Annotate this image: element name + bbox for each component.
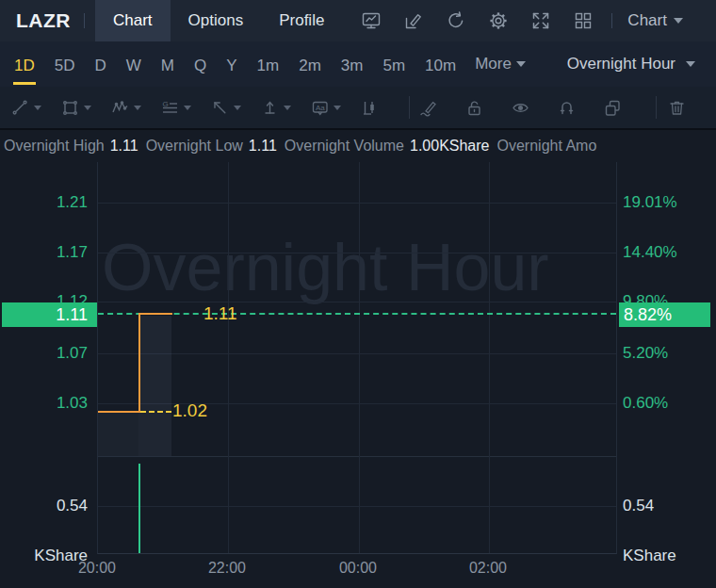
toolbar-icon-group (360, 9, 594, 32)
text-note-tool[interactable]: Aa (309, 97, 359, 119)
settings-gear-icon[interactable] (487, 9, 510, 32)
area-fill (138, 316, 171, 456)
duplicate-tool[interactable] (602, 97, 648, 119)
legend-label: Overnight Volume (285, 138, 404, 155)
gann-lines-tool[interactable]: G (159, 97, 209, 119)
refresh-icon[interactable] (445, 9, 467, 32)
chart-area: Overnight Hour 1.11 (0, 162, 716, 588)
divider (409, 96, 410, 119)
axis-tick: 1.21 (57, 193, 88, 212)
rectangle-shape-tool[interactable] (59, 97, 109, 119)
magnet-tool[interactable] (556, 97, 602, 119)
percent-axis-right[interactable]: 19.01% 14.40% 9.80% 5.20% 0.60% 0.54 KSh… (623, 162, 716, 588)
prev-close-dashed-line (140, 411, 171, 413)
chart-monitor-icon[interactable] (360, 9, 382, 32)
timeframe-m[interactable]: M (160, 43, 175, 85)
timeframe-5d[interactable]: 5D (54, 43, 76, 85)
brush-icon (417, 97, 439, 119)
tab-profile[interactable]: Profile (261, 0, 342, 41)
session-label: Overnight Hour (567, 55, 675, 74)
timeframe-3m[interactable]: 3m (340, 43, 365, 85)
timeframe-5m[interactable]: 5m (382, 43, 406, 85)
axis-tick: 14.40% (623, 243, 677, 262)
timeframe-y[interactable]: Y (225, 43, 237, 85)
price-range-tool[interactable] (259, 97, 309, 119)
wave-pattern-icon (109, 97, 131, 119)
timeframe-d[interactable]: D (93, 43, 106, 85)
text-note-icon: Aa (309, 97, 331, 119)
duplicate-icon (602, 97, 624, 119)
tab-options[interactable]: Options (171, 0, 262, 41)
gridline-horizontal (98, 203, 616, 204)
time-axis-tick[interactable]: 22:00 (199, 560, 255, 577)
tab-chart[interactable]: Chart (95, 0, 171, 41)
trash-icon (666, 97, 688, 119)
gridline-horizontal (98, 353, 616, 354)
axis-tick: 1.03 (57, 394, 88, 413)
brush-tool[interactable] (417, 97, 464, 119)
time-axis-tick[interactable]: 00:00 (330, 560, 386, 577)
timeframe-10m[interactable]: 10m (424, 43, 457, 85)
caret-down-icon (686, 61, 695, 67)
chart-type-menu[interactable]: Chart (627, 11, 683, 30)
time-axis-tick[interactable]: 02:00 (460, 560, 516, 577)
price-axis-left[interactable]: 1.21 1.17 1.12 1.07 1.03 0.54 KShare (0, 162, 88, 588)
divider (84, 13, 85, 28)
caret-down-icon (516, 61, 526, 67)
prev-close-label: 1.02 (172, 400, 207, 421)
timeframe-2m[interactable]: 2m (298, 43, 322, 85)
volume-unit-label: KShare (34, 547, 88, 565)
last-price-dashed-line (98, 313, 616, 315)
edit-chart-icon[interactable] (402, 9, 425, 32)
unlock-icon (464, 97, 485, 119)
rectangle-shape-icon (59, 97, 81, 119)
volume-axis-tick: 0.54 (57, 497, 88, 515)
caret-down-icon (674, 18, 683, 24)
timeframe-1m[interactable]: 1m (256, 43, 281, 85)
more-label: More (475, 55, 512, 74)
layout-grid-icon[interactable] (572, 9, 594, 32)
legend-value: 1.11 (249, 138, 277, 155)
caret-down-icon (184, 106, 191, 110)
gridline-horizontal (98, 506, 616, 507)
timeframe-more-menu[interactable]: More (475, 55, 526, 74)
candlestick-pattern-tool[interactable] (359, 97, 409, 119)
last-price-badge: 1.11 (2, 302, 97, 327)
divider (611, 13, 612, 28)
chart-menu-label: Chart (627, 11, 667, 30)
trend-line-icon (9, 97, 31, 119)
gridline-vertical (489, 162, 490, 553)
delete-tool[interactable] (666, 97, 712, 119)
unlock-tool[interactable] (464, 97, 510, 119)
fullscreen-expand-icon[interactable] (529, 9, 552, 32)
timeframe-q[interactable]: Q (193, 43, 207, 85)
overnight-stats-legend: Overnight High 1.11 Overnight Low 1.11 O… (0, 130, 716, 162)
volume-bar (138, 464, 140, 554)
gridline-horizontal (98, 302, 616, 302)
session-watermark: Overnight Hour (102, 230, 549, 305)
pane-separator (98, 456, 616, 457)
caret-down-icon (84, 106, 91, 110)
divider (656, 96, 657, 119)
axis-tick: 1.17 (57, 243, 88, 262)
volume-axis-tick: 0.54 (623, 497, 654, 515)
caret-down-icon (334, 106, 341, 110)
ticker-symbol: LAZR (16, 9, 71, 32)
trading-chart-window: LAZR Chart Options Profile Chart 1D 5D D… (0, 0, 716, 588)
wave-pattern-tool[interactable] (109, 97, 159, 119)
axis-tick: 1.07 (57, 344, 88, 363)
drawing-toolbar: G Aa (0, 87, 716, 130)
timeframe-1d[interactable]: 1D (13, 43, 36, 85)
candlestick-pattern-icon (359, 97, 381, 119)
price-range-icon (259, 97, 281, 119)
legend-label: Overnight High (4, 138, 105, 155)
visibility-tool[interactable] (510, 97, 556, 119)
trend-line-tool[interactable] (9, 97, 59, 119)
arrow-tool[interactable] (209, 97, 259, 119)
gann-lines-icon: G (159, 97, 181, 119)
timeframe-w[interactable]: W (125, 43, 142, 85)
session-selector[interactable]: Overnight Hour (567, 55, 695, 74)
gridline-vertical (228, 162, 229, 553)
legend-label: Overnight Low (146, 138, 243, 155)
price-plot-canvas[interactable]: Overnight Hour 1.11 (97, 162, 617, 554)
